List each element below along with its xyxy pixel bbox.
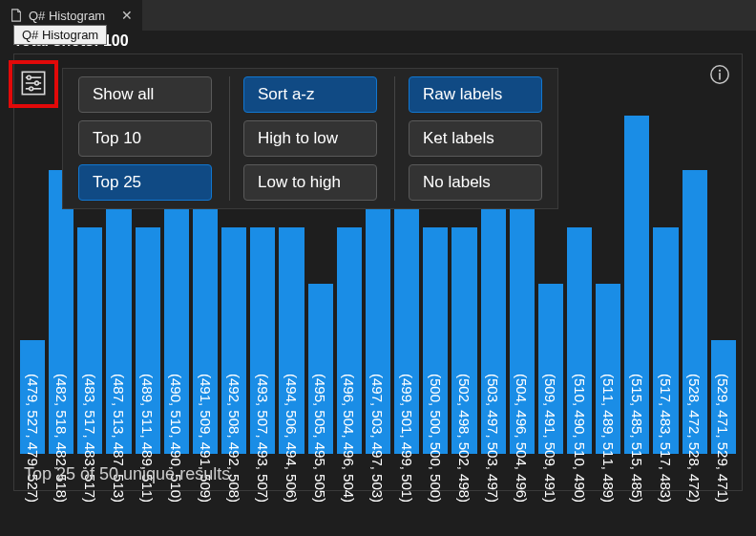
close-icon[interactable]: ✕ [121, 8, 133, 23]
bar-label: (494, 506, 494, 506) [284, 374, 300, 503]
bar-label: (499, 501, 499, 501) [399, 374, 415, 503]
total-shots-label: Total shots: 100 [0, 31, 756, 54]
filter-option-button[interactable]: Low to high [243, 164, 377, 201]
histogram-bar[interactable]: (529, 471, 529, 471) [711, 116, 736, 454]
bar-label: (510, 490, 510, 490) [572, 374, 588, 503]
bar-label: (509, 491, 509, 491) [542, 374, 558, 503]
info-icon[interactable] [709, 64, 730, 85]
filter-menu: Show allTop 10Top 25 Sort a-zHigh to low… [62, 68, 558, 209]
file-icon [10, 9, 23, 22]
filter-option-button[interactable]: Sort a-z [243, 76, 377, 113]
bar-label: (511, 489, 511, 489) [600, 374, 617, 503]
filter-menu-col-sort: Sort a-zHigh to lowLow to high [229, 76, 383, 201]
histogram-bar[interactable]: (510, 490, 510, 490) [567, 116, 592, 454]
filter-option-button[interactable]: Top 10 [78, 120, 212, 157]
bar-label: (504, 496, 504, 496) [514, 374, 530, 503]
filter-menu-col-labels: Raw labelsKet labelsNo labels [394, 76, 548, 201]
settings-sliders-icon[interactable] [20, 70, 47, 96]
svg-point-6 [30, 87, 33, 91]
tab-label: Q# Histogram [29, 9, 105, 23]
filter-option-button[interactable]: Show all [78, 76, 212, 113]
filter-option-button[interactable]: High to low [243, 120, 377, 157]
svg-point-2 [27, 75, 31, 79]
histogram-bar[interactable]: (528, 472, 528, 472) [682, 116, 707, 454]
svg-rect-9 [719, 73, 721, 79]
filter-option-button[interactable]: Ket labels [409, 120, 542, 157]
bar-label: (515, 485, 515, 485) [629, 374, 645, 503]
bar-label: (503, 497, 503, 497) [485, 374, 501, 503]
svg-point-8 [719, 70, 721, 72]
histogram-bar[interactable]: (479, 527, 479, 527) [20, 116, 45, 454]
histogram-bar[interactable]: (517, 483, 517, 483) [653, 116, 678, 454]
filter-option-button[interactable]: Top 25 [78, 164, 212, 201]
bar-label: (500, 500, 500, 500) [428, 374, 444, 503]
bar-label: (495, 505, 495, 505) [312, 374, 328, 503]
tab-tooltip: Q# Histogram [13, 25, 107, 45]
bar-label: (529, 471, 529, 471) [715, 374, 731, 503]
bar-label: (528, 472, 528, 472) [686, 374, 703, 503]
histogram-panel: Show allTop 10Top 25 Sort a-zHigh to low… [13, 54, 743, 491]
tab-bar: Q# Histogram ✕ [0, 0, 756, 31]
tab-bar-empty [143, 0, 756, 31]
filter-option-button[interactable]: No labels [409, 164, 542, 201]
histogram-bar[interactable]: (515, 485, 515, 485) [624, 116, 649, 454]
bar-label: (502, 498, 502, 498) [456, 374, 472, 503]
svg-point-4 [35, 81, 39, 85]
settings-highlight [9, 60, 58, 108]
bar-label: (497, 503, 497, 503) [369, 374, 386, 503]
filter-menu-col-count: Show allTop 10Top 25 [73, 76, 218, 201]
bar-label: (496, 504, 496, 504) [341, 374, 357, 503]
histogram-bar[interactable]: (511, 489, 511, 489) [596, 116, 620, 454]
chart-footer-summary: Top 25 of 50 unique results [24, 464, 230, 484]
bar-label: (517, 483, 517, 483) [658, 374, 674, 503]
bar-label: (493, 507, 493, 507) [255, 374, 271, 503]
filter-option-button[interactable]: Raw labels [409, 76, 542, 113]
